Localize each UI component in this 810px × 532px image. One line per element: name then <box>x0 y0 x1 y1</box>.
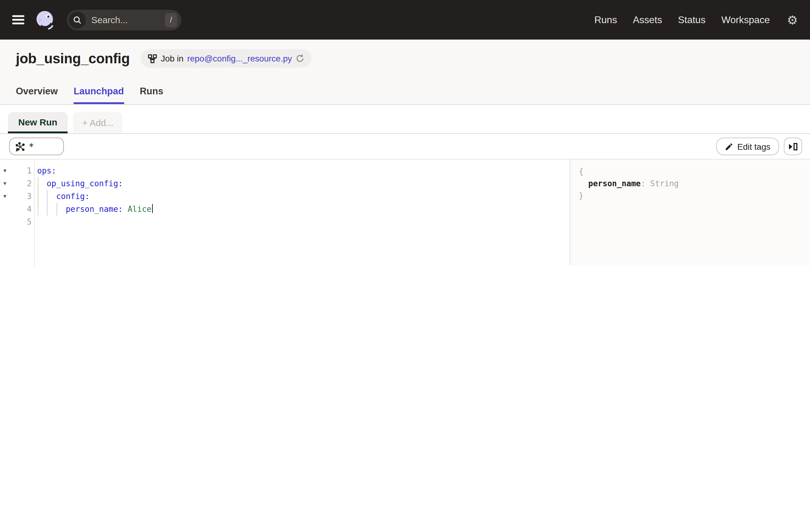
job-repo-badge: Job in repo@config..._resource.py <box>141 49 311 68</box>
nav-workspace[interactable]: Workspace <box>722 14 770 25</box>
toggle-right-panel-button[interactable] <box>784 138 802 155</box>
line-number: 2 <box>0 177 32 190</box>
yaml-editor[interactable]: ▼ 1 ops: ▼ 2 op_using_config: ▼ 3 config… <box>0 160 570 266</box>
launchpad-toolbar: * Edit tags <box>0 134 810 160</box>
search-placeholder: Search... <box>91 15 165 25</box>
line-number: 4 <box>0 203 32 215</box>
tab-launchpad[interactable]: Launchpad <box>74 86 124 104</box>
nav-status[interactable]: Status <box>678 14 706 25</box>
dagster-logo-icon[interactable] <box>34 9 56 31</box>
yaml-line-4-value: Alice <box>128 205 151 214</box>
add-session-tab[interactable]: + Add... <box>73 112 123 133</box>
text-cursor <box>152 204 153 213</box>
schema-brace-close: } <box>579 190 584 202</box>
schema-field-sep: : <box>641 179 650 188</box>
settings-gear-icon[interactable]: ⚙ <box>787 14 798 26</box>
edit-tags-button[interactable]: Edit tags <box>716 138 779 155</box>
session-tab-new-run[interactable]: New Run <box>8 112 67 133</box>
edit-tags-label: Edit tags <box>737 142 771 151</box>
tab-runs[interactable]: Runs <box>140 86 163 104</box>
schema-field-type: String <box>650 179 679 188</box>
line-number: 1 <box>0 164 32 177</box>
yaml-line-2: op_using_config: <box>37 179 123 188</box>
tab-overview[interactable]: Overview <box>16 86 58 104</box>
session-tab-strip: New Run + Add... <box>0 105 810 134</box>
yaml-line-3: config: <box>37 192 90 201</box>
page-tabs: Overview Launchpad Runs <box>16 86 163 104</box>
page-title: job_using_config <box>16 50 130 67</box>
config-editor-region: ▼ 1 ops: ▼ 2 op_using_config: ▼ 3 config… <box>0 160 810 266</box>
line-number: 3 <box>0 190 32 203</box>
nav-assets[interactable]: Assets <box>633 14 662 25</box>
yaml-line-4-key: person_name: <box>37 205 128 214</box>
repo-link[interactable]: repo@config..._resource.py <box>187 53 292 63</box>
line-number: 5 <box>0 215 32 228</box>
op-selector-value: * <box>29 141 34 152</box>
search-input[interactable]: Search... / <box>67 10 181 30</box>
schema-brace-open: { <box>579 165 584 178</box>
op-graph-icon <box>15 142 25 151</box>
reload-repo-icon[interactable] <box>296 54 304 63</box>
menu-icon[interactable] <box>12 15 25 25</box>
pencil-icon <box>725 142 733 151</box>
top-bar: Search... / Runs Assets Status Workspace… <box>0 0 810 39</box>
app: Search... / Runs Assets Status Workspace… <box>0 0 810 266</box>
search-icon <box>69 11 86 28</box>
top-nav: Runs Assets Status Workspace ⚙ <box>594 14 798 26</box>
nav-runs[interactable]: Runs <box>594 14 617 25</box>
schema-field-row[interactable]: person_name: String <box>579 178 679 190</box>
job-badge-prefix: Job in <box>161 53 183 63</box>
page-header: job_using_config Job in repo@config..._r… <box>0 39 810 105</box>
search-shortcut-key: / <box>165 13 177 27</box>
schema-field-name: person_name <box>588 179 641 188</box>
job-hierarchy-icon <box>148 54 157 63</box>
yaml-line-1: ops: <box>37 166 56 175</box>
op-selector-input[interactable]: * <box>9 138 64 155</box>
config-schema-panel: { person_name: String } Use Ctrl+Space t… <box>570 160 810 266</box>
